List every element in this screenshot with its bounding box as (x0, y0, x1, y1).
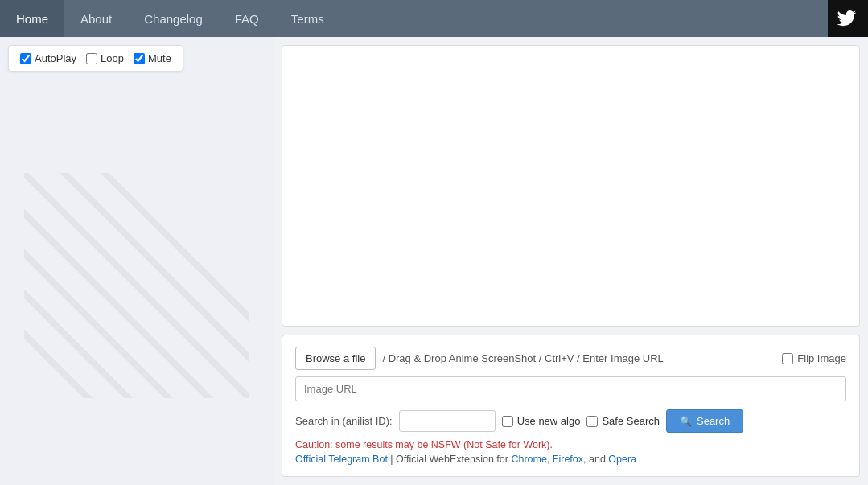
caution-text: Caution: some results may be NSFW (Not S… (295, 439, 553, 450)
content-area: Browse a file / Drag & Drop Anime Screen… (274, 37, 868, 485)
opera-link[interactable]: Opera (608, 454, 636, 465)
nav-logo (828, 0, 868, 37)
links-row: Official Telegram Bot | Official WebExte… (295, 454, 846, 465)
nav-terms[interactable]: Terms (275, 0, 340, 37)
search-icon: 🔍 (680, 416, 692, 427)
search-in-label: Search in (anilist ID): (295, 415, 393, 427)
sidebar-watermark (0, 85, 274, 485)
browse-file-button[interactable]: Browse a file (295, 347, 376, 370)
loop-label[interactable]: Loop (86, 52, 124, 64)
drag-drop-text: / Drag & Drop Anime ScreenShot / Ctrl+V … (382, 352, 663, 364)
svg-line-4 (24, 173, 249, 398)
safe-search-label[interactable]: Safe Search (586, 415, 660, 427)
logo-icon (837, 7, 859, 30)
nav-about[interactable]: About (64, 0, 128, 37)
use-new-algo-label[interactable]: Use new algo (502, 415, 581, 427)
upload-row: Browse a file / Drag & Drop Anime Screen… (295, 347, 846, 370)
loop-checkbox[interactable] (86, 53, 97, 64)
use-new-algo-checkbox[interactable] (502, 416, 513, 427)
svg-line-0 (24, 213, 249, 398)
caution-row: Caution: some results may be NSFW (Not S… (295, 439, 846, 450)
nav-home[interactable]: Home (0, 0, 64, 37)
safe-search-checkbox[interactable] (586, 416, 598, 427)
autoplay-label[interactable]: AutoPlay (20, 52, 76, 64)
nav-changelog[interactable]: Changelog (128, 0, 219, 37)
sidebar: AutoPlay Loop Mute (0, 37, 274, 485)
upload-panel: Browse a file / Drag & Drop Anime Screen… (282, 335, 860, 477)
svg-line-5 (24, 173, 249, 398)
svg-line-2 (24, 173, 249, 398)
telegram-bot-link[interactable]: Official Telegram Bot (295, 454, 388, 465)
image-url-input[interactable] (295, 376, 846, 401)
mute-label[interactable]: Mute (134, 52, 171, 64)
nav-faq[interactable]: FAQ (219, 0, 275, 37)
main-container: AutoPlay Loop Mute (0, 37, 868, 485)
autoplay-checkbox[interactable] (20, 53, 31, 64)
playback-controls: AutoPlay Loop Mute (8, 45, 183, 72)
navbar: Home About Changelog FAQ Terms (0, 0, 868, 37)
mute-checkbox[interactable] (134, 53, 145, 64)
anilist-id-input[interactable] (399, 410, 496, 432)
flip-image-label[interactable]: Flip Image (782, 352, 846, 364)
svg-line-3 (24, 294, 249, 398)
svg-line-6 (24, 173, 249, 358)
firefox-link[interactable]: Firefox (553, 454, 583, 465)
chrome-link[interactable]: Chrome (511, 454, 546, 465)
svg-line-1 (24, 253, 249, 398)
flip-image-checkbox[interactable] (782, 353, 793, 364)
nav-items: Home About Changelog FAQ Terms (0, 0, 340, 37)
search-row: Search in (anilist ID): Use new algo Saf… (295, 409, 846, 433)
preview-area (282, 45, 860, 327)
search-button[interactable]: 🔍 Search (666, 409, 743, 433)
